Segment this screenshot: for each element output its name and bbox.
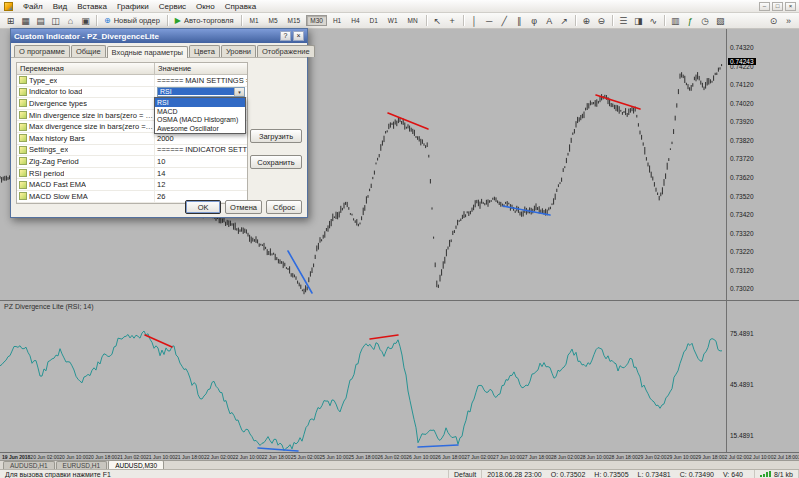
chart-minimize-button[interactable]: – (759, 2, 770, 11)
autotrading-button-label: Авто-торговля (184, 16, 234, 25)
templates-button[interactable]: ▧ (714, 14, 727, 27)
dropdown-item-3[interactable]: Awesome Oscillator (155, 124, 245, 133)
tab-eurusd-h1[interactable]: EURUSD,H1 (56, 461, 108, 469)
cancel-button[interactable]: Отмена (225, 200, 262, 214)
price-axis: 0.743200.742200.741200.740200.739200.738… (726, 29, 799, 300)
timeframe-d1-button[interactable]: D1 (366, 15, 382, 26)
tab-audusd-m30[interactable]: AUDUSD,M30 (108, 460, 164, 469)
divergence-trendline-red[interactable] (145, 335, 172, 347)
status-network: 8/1 kb (755, 470, 799, 478)
param-row-zigzag_period[interactable]: Zig-Zag Period10 (17, 156, 247, 168)
new-chart-button[interactable]: ⊞ (4, 14, 17, 27)
zoom-out-button[interactable]: ⊖ (595, 14, 608, 27)
tab-audusd-h1[interactable]: AUDUSD,H1 (3, 461, 55, 469)
param-value-text: ====== INDICATOR SETTINGS ====== (157, 145, 247, 154)
terminal-button[interactable]: ▣ (79, 14, 92, 27)
candlestick-chart-button[interactable]: ◨ (632, 14, 645, 27)
zoom-in-button[interactable]: ⊕ (580, 14, 593, 27)
timeframe-m5-button[interactable]: M5 (265, 15, 282, 26)
text-tool-button[interactable]: A (543, 14, 556, 27)
toolbar-overflow-button[interactable]: » (782, 14, 795, 27)
dialog-help-button[interactable]: ? (280, 31, 291, 41)
timeframe-m15-button[interactable]: M15 (284, 15, 305, 26)
menu-file[interactable]: Файл (18, 1, 48, 12)
search-button[interactable]: ⊙ (767, 14, 780, 27)
dialog-tab-levels[interactable]: Уровни (221, 45, 256, 57)
toolbar-separator (167, 15, 168, 26)
menu-window[interactable]: Окно (191, 1, 220, 12)
indicator-to-load-combo[interactable]: RSI▾ (157, 87, 245, 97)
dialog-tab-about[interactable]: О программе (14, 45, 70, 57)
dialog-tab-colors[interactable]: Цвета (189, 45, 220, 57)
menu-help[interactable]: Справка (220, 1, 261, 12)
horizontal-line-tool-button[interactable]: ─ (483, 14, 496, 27)
line-chart-button[interactable]: ∿ (647, 14, 660, 27)
timeframe-m30-button[interactable]: M30 (306, 15, 327, 26)
dropdown-item-0[interactable]: RSI (155, 98, 245, 107)
dialog-tab-inputs[interactable]: Входные параметры (107, 46, 188, 58)
dialog-close-button[interactable]: × (293, 31, 304, 41)
dropdown-item-2[interactable]: OSMA (MACD Histogram) (155, 116, 245, 125)
toolbar-separator (96, 15, 97, 26)
price-axis-label: 0.73820 (730, 137, 754, 144)
arrow-tool-button[interactable]: ↗ (558, 14, 571, 27)
fibonacci-tool-button[interactable]: φ (528, 14, 541, 27)
save-button[interactable]: Сохранить (250, 155, 302, 169)
new-order-button[interactable]: ⊕Новый ордер (100, 16, 164, 25)
column-header-variable: Переменная (17, 63, 155, 74)
autotrading-button[interactable]: ▶Авто-торговля (171, 16, 238, 25)
dialog-tab-common[interactable]: Общие (71, 45, 106, 57)
trendline-tool-button[interactable]: ╱ (498, 14, 511, 27)
divergence-trendline-blue[interactable] (288, 251, 312, 293)
chevron-down-icon[interactable]: ▾ (234, 88, 244, 96)
param-row-rsi_period[interactable]: RSI period14 (17, 168, 247, 180)
reset-button[interactable]: Сброс (266, 200, 302, 214)
param-row-type_ex[interactable]: Type_ex====== MAIN SETTINGS ====== (17, 75, 247, 87)
indicator-dropdown-list: RSIMACDOSMA (MACD Histogram)Awesome Osci… (154, 97, 246, 134)
cursor-tool-button[interactable]: ↖ (431, 14, 444, 27)
param-row-macd_fast_ema[interactable]: MACD Fast EMA12 (17, 179, 247, 191)
indicators-button[interactable]: ƒ (684, 14, 697, 27)
current-price-tag: 0.74243 (728, 58, 756, 65)
timeframe-h4-button[interactable]: H4 (347, 15, 363, 26)
vertical-line-tool-button[interactable]: │ (468, 14, 481, 27)
data-window-button[interactable]: ◫ (49, 14, 62, 27)
menu-bar: ФайлВидВставкаГрафикиСервисОкноСправка –… (0, 0, 799, 13)
periods-button[interactable]: ◷ (699, 14, 712, 27)
dialog-title-bar[interactable]: Custom Indicator - PZ_DivergenceLite ?× (11, 29, 307, 43)
timeframe-m1-button[interactable]: M1 (246, 15, 263, 26)
chart-restore-button[interactable]: □ (772, 2, 783, 11)
param-row-settings_ex[interactable]: Settings_ex====== INDICATOR SETTINGS ===… (17, 145, 247, 157)
indicator-pane[interactable]: PZ Divergence Lite (RSI; 14) 75.489145.4… (0, 300, 799, 452)
timeframe-mn-button[interactable]: MN (404, 15, 422, 26)
price-axis-label: 0.73620 (730, 174, 754, 181)
price-axis-label: 0.73120 (730, 267, 754, 274)
chart-close-button[interactable]: × (785, 2, 796, 11)
param-row-max_history_bars[interactable]: Max history Bars2000 (17, 133, 247, 145)
divergence-trendline-blue[interactable] (418, 445, 458, 447)
channel-tool-button[interactable]: ∥ (513, 14, 526, 27)
param-name: Settings_ex (29, 145, 68, 154)
bar-chart-button[interactable]: ☰ (617, 14, 630, 27)
timeframe-h1-button[interactable]: H1 (329, 15, 345, 26)
indicator-chart[interactable] (0, 301, 725, 452)
tile-windows-button[interactable]: ▥ (669, 14, 682, 27)
market-watch-button[interactable]: ▤ (34, 14, 47, 27)
divergence-trendline-red[interactable] (370, 335, 398, 339)
dropdown-item-1[interactable]: MACD (155, 107, 245, 116)
timeframe-w1-button[interactable]: W1 (384, 15, 402, 26)
menu-charts[interactable]: Графики (112, 1, 154, 12)
menu-view[interactable]: Вид (48, 1, 72, 12)
navigator-button[interactable]: ⌂ (64, 14, 77, 27)
load-button[interactable]: Загрузить (250, 129, 302, 143)
status-ohlc: 2018.06.28 23:00 O: 0.73502 H: 0.73505 L… (482, 470, 755, 478)
crosshair-tool-button[interactable]: + (446, 14, 459, 27)
menu-insert[interactable]: Вставка (72, 1, 112, 12)
ok-button[interactable]: OK (185, 200, 221, 214)
status-profile[interactable]: Default (449, 470, 482, 478)
toolbar-separator (426, 15, 427, 26)
profiles-button[interactable]: ▦ (19, 14, 32, 27)
menu-tools[interactable]: Сервис (154, 1, 191, 12)
dialog-tab-display[interactable]: Отображение (257, 45, 315, 57)
param-value: 14 (155, 168, 247, 179)
